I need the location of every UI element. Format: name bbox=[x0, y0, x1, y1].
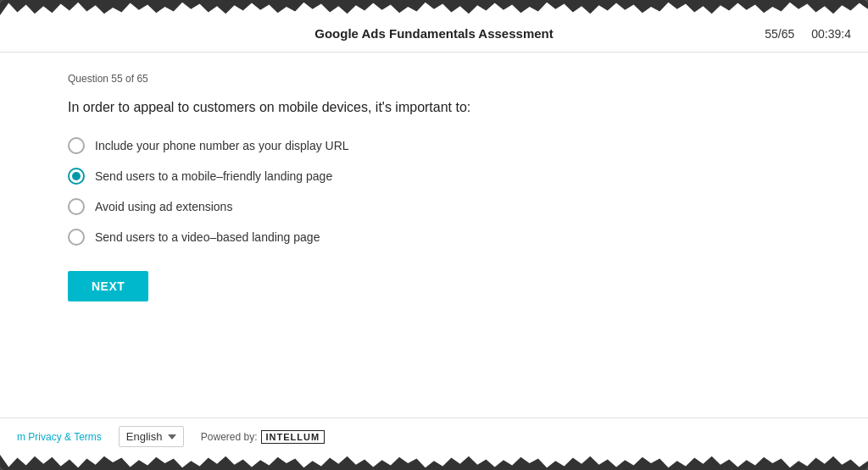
question-text: In order to appeal to customers on mobil… bbox=[68, 98, 800, 117]
powered-by-label: Powered by: bbox=[201, 431, 258, 443]
option-item[interactable]: Send users to a video–based landing page bbox=[68, 229, 800, 246]
privacy-terms-link[interactable]: m Privacy & Terms bbox=[17, 431, 102, 443]
option-label: Include your phone number as your displa… bbox=[95, 139, 349, 152]
radio-button-selected[interactable] bbox=[68, 168, 85, 185]
radio-button[interactable] bbox=[68, 137, 85, 154]
option-label: Send users to a mobile–friendly landing … bbox=[95, 169, 332, 183]
next-button[interactable]: NEXT bbox=[68, 271, 148, 301]
radio-fill bbox=[72, 172, 81, 180]
footer: m Privacy & Terms English Powered by: IN… bbox=[0, 417, 868, 455]
option-item[interactable]: Avoid using ad extensions bbox=[68, 198, 800, 215]
option-label: Send users to a video–based landing page bbox=[95, 230, 320, 244]
radio-button[interactable] bbox=[68, 229, 85, 246]
radio-button[interactable] bbox=[68, 198, 85, 215]
options-list: Include your phone number as your displa… bbox=[68, 137, 800, 246]
assessment-window: Google Ads Fundamentals Assessment 55/65… bbox=[0, 0, 868, 470]
intellum-brand: INTELLUM bbox=[261, 430, 326, 444]
powered-by-section: Powered by: INTELLUM bbox=[201, 430, 325, 444]
progress-indicator: 55/65 bbox=[765, 27, 794, 41]
header-stats: 55/65 00:39:4 bbox=[765, 27, 851, 41]
torn-top-edge bbox=[0, 0, 868, 15]
option-item[interactable]: Include your phone number as your displa… bbox=[68, 137, 800, 154]
header: Google Ads Fundamentals Assessment 55/65… bbox=[0, 15, 868, 53]
option-item[interactable]: Send users to a mobile–friendly landing … bbox=[68, 168, 800, 185]
timer-display: 00:39:4 bbox=[811, 27, 851, 41]
language-select[interactable]: English bbox=[119, 426, 184, 447]
assessment-title: Google Ads Fundamentals Assessment bbox=[314, 26, 553, 41]
main-content: Question 55 of 65 In order to appeal to … bbox=[0, 53, 868, 417]
torn-bottom-edge bbox=[0, 455, 868, 470]
option-label: Avoid using ad extensions bbox=[95, 200, 232, 213]
question-label: Question 55 of 65 bbox=[68, 73, 800, 85]
